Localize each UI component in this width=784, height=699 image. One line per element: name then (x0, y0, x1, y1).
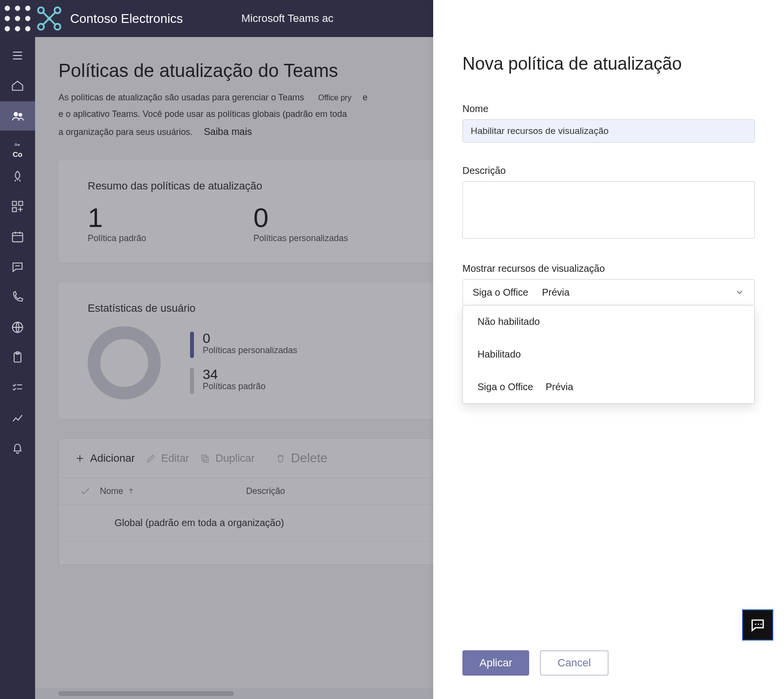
desc-fragment: e o aplicativo Teams. Você pode usar as … (58, 109, 347, 119)
stat-default: 34 Políticas padrão (190, 368, 297, 394)
cancel-button[interactable]: Cancel (540, 650, 608, 676)
plus-icon (75, 453, 85, 464)
svg-rect-21 (13, 233, 23, 242)
message-icon (11, 260, 24, 274)
option-label: Habilitado (478, 349, 521, 359)
preview-features-select[interactable]: Siga o Office Prévia (462, 279, 755, 305)
summary-custom-policies: 0 Políticas personalizadas (253, 204, 348, 244)
analytics-icon (11, 411, 24, 425)
nav-analytics[interactable] (0, 403, 35, 433)
stat-custom: 0 Políticas personalizadas (190, 332, 297, 358)
svg-point-8 (25, 26, 31, 32)
calendar-icon (11, 230, 24, 244)
nav-hamburger[interactable] (0, 41, 35, 70)
nav-co-label: Co (13, 150, 22, 158)
desc-fragment: a organização para seus usuários. (58, 127, 192, 137)
brand-name: Contoso Electronics (70, 11, 183, 26)
duplicate-label: Duplicar (215, 452, 255, 465)
option-not-enabled[interactable]: Não habilitado (463, 305, 754, 338)
svg-point-14 (14, 113, 18, 116)
waffle-icon (0, 1, 35, 36)
nav-home[interactable] (0, 71, 35, 100)
svg-point-9 (38, 7, 44, 13)
svg-point-7 (15, 26, 20, 32)
option-enabled[interactable]: Habilitado (463, 338, 754, 371)
row-name: Global (padrão em toda a organização) (100, 517, 392, 529)
name-input[interactable] (462, 119, 755, 143)
donut-chart (88, 326, 161, 399)
nav-messaging[interactable] (0, 252, 35, 282)
svg-point-16 (15, 144, 17, 146)
desc-fragment: e (363, 89, 367, 106)
preview-features-label: Mostrar recursos de visualização (462, 263, 755, 274)
description-input[interactable] (462, 181, 755, 239)
globe-icon (11, 321, 24, 334)
bell-icon (11, 441, 24, 455)
nav-notifications[interactable] (0, 434, 35, 463)
page-description: As políticas de atualização são usadas p… (58, 89, 439, 141)
column-name[interactable]: Nome (100, 486, 246, 496)
svg-point-1 (15, 6, 20, 11)
svg-point-10 (55, 7, 60, 13)
phone-icon (11, 290, 24, 304)
devices-icon (12, 142, 23, 150)
svg-point-0 (5, 6, 10, 11)
duplicate-button[interactable]: Duplicar (196, 448, 259, 469)
learn-more-link[interactable]: Saiba mais (204, 122, 252, 141)
option-label: Prévia (546, 381, 574, 392)
checklist-icon (11, 381, 24, 395)
edit-button[interactable]: Editar (142, 448, 193, 469)
svg-rect-20 (13, 208, 17, 211)
app-launcher-button[interactable] (0, 0, 35, 37)
nav-meetings[interactable] (0, 222, 35, 251)
brand-logo-icon (35, 4, 63, 33)
svg-rect-25 (202, 455, 207, 460)
panel-title: Nova política de atualização (462, 54, 755, 74)
description-label: Descrição (462, 165, 755, 176)
pencil-icon (146, 453, 156, 464)
nav-co[interactable]: Co (0, 132, 35, 161)
svg-point-2 (25, 6, 31, 11)
select-value: Prévia (542, 287, 570, 298)
svg-rect-26 (204, 457, 208, 462)
svg-point-11 (38, 24, 44, 30)
select-value: Siga o Office (473, 287, 528, 298)
option-follow-office[interactable]: Siga o Office Prévia (463, 371, 754, 403)
chat-launcher[interactable] (742, 609, 773, 641)
chevron-down-icon (735, 287, 745, 297)
stat-value: 0 (203, 332, 297, 345)
add-label: Adicionar (90, 452, 135, 465)
svg-rect-19 (19, 202, 22, 206)
delete-label: Delete (291, 451, 327, 466)
nav-tasks[interactable] (0, 373, 35, 402)
svg-point-15 (19, 113, 22, 116)
copy-icon (200, 453, 210, 464)
new-policy-panel: Nova política de atualização Nome Descri… (433, 0, 784, 699)
svg-point-5 (25, 16, 31, 21)
delete-button[interactable]: Delete (271, 447, 331, 470)
desc-fragment: Office pry (318, 91, 351, 105)
select-all-checkbox[interactable] (71, 485, 100, 497)
nav-teams[interactable] (0, 101, 35, 131)
nav-globe[interactable] (0, 313, 35, 342)
svg-point-28 (758, 623, 759, 625)
check-icon (79, 485, 92, 497)
teams-icon (11, 109, 24, 123)
stat-value: 34 (203, 368, 266, 381)
svg-point-12 (55, 24, 60, 30)
nav-voice[interactable] (0, 283, 35, 312)
nav-policy[interactable] (0, 343, 35, 372)
stat-label: Políticas padrão (203, 381, 266, 392)
apply-button[interactable]: Aplicar (462, 650, 529, 676)
nav-apps[interactable] (0, 192, 35, 221)
svg-point-4 (15, 16, 20, 21)
sort-up-icon (127, 487, 135, 495)
nav-locations[interactable] (0, 162, 35, 191)
clipboard-icon (11, 351, 24, 364)
svg-point-27 (755, 623, 756, 625)
rocket-icon (11, 170, 24, 183)
svg-point-3 (5, 16, 10, 21)
summary-label: Políticas personalizadas (253, 233, 348, 244)
add-button[interactable]: Adicionar (71, 448, 139, 469)
apps-icon (11, 200, 24, 213)
